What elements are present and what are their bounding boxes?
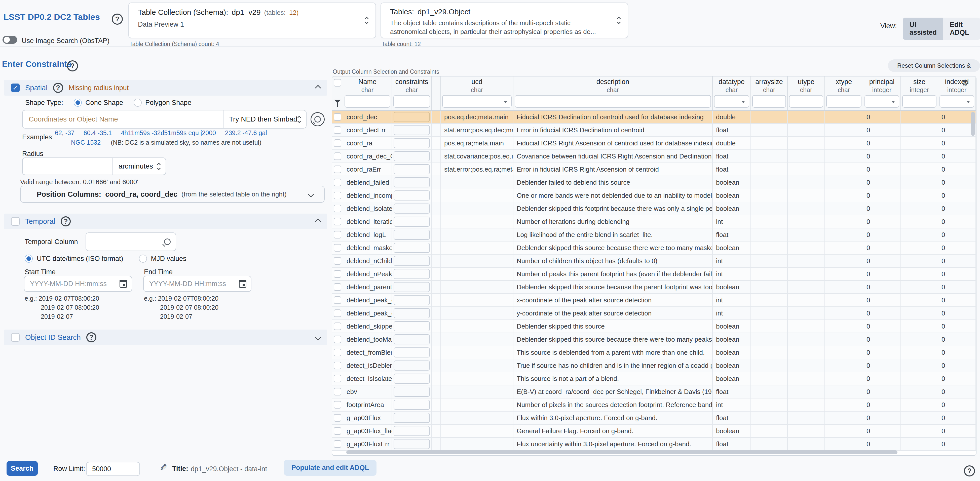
filter-input[interactable]	[826, 95, 861, 108]
chevron-down-icon[interactable]	[315, 334, 321, 340]
radius-unit-select[interactable]: arcminutes	[113, 158, 165, 175]
table-row[interactable]: deblend_isolatedParentDeblender skipped …	[332, 202, 976, 215]
row-checkbox[interactable]	[334, 179, 341, 186]
filter-select[interactable]	[939, 95, 974, 108]
temporal-section-header[interactable]: Temporal ?	[4, 214, 327, 229]
filter-select[interactable]	[864, 95, 899, 108]
scrollbar-thumb[interactable]	[346, 450, 897, 454]
constraint-input[interactable]	[394, 360, 430, 371]
table-row[interactable]: deblend_incompleteDataOne or more bands …	[332, 189, 976, 202]
table-row[interactable]: deblend_maskedDeblender skipped this sou…	[332, 241, 976, 255]
constraint-input[interactable]	[394, 321, 430, 331]
row-checkbox[interactable]	[334, 440, 341, 448]
table-row[interactable]: detect_fromBlendThis source is deblended…	[332, 346, 976, 359]
table-row[interactable]: deblend_logLLog likelihood of the entire…	[332, 229, 976, 241]
gear-icon[interactable]: ⚙	[961, 78, 969, 87]
constraint-input[interactable]	[394, 177, 430, 187]
coordinates-input[interactable]: Coordinates or Object Name	[23, 115, 223, 123]
example-link[interactable]: 239.2 -47.6 gal	[225, 129, 267, 137]
column-header-gap[interactable]	[432, 76, 441, 94]
row-checkbox[interactable]	[334, 165, 341, 173]
example-link[interactable]: 4h11m59s -32d51m59s equ j2000	[121, 129, 216, 137]
filter-input[interactable]	[393, 95, 430, 108]
row-checkbox[interactable]	[334, 140, 341, 147]
column-header-principal[interactable]: principalinteger	[863, 76, 901, 94]
row-checkbox[interactable]	[334, 349, 341, 356]
table-row[interactable]: deblend_iterationsNumber of iterations d…	[332, 215, 976, 229]
row-checkbox[interactable]	[334, 205, 341, 212]
constraint-input[interactable]	[394, 125, 430, 135]
temporal-column-input[interactable]	[86, 232, 176, 251]
table-row[interactable]: deblend_peak_center_yy-coordinate of the…	[332, 307, 976, 320]
radio-polygon-shape[interactable]: Polygon Shape	[134, 98, 191, 107]
row-checkbox[interactable]	[334, 336, 341, 343]
row-checkbox[interactable]	[334, 192, 341, 199]
column-header-size[interactable]: sizeinteger	[901, 76, 938, 94]
row-checkbox[interactable]	[334, 322, 341, 330]
column-header-Name[interactable]: Namechar	[343, 76, 392, 94]
constraint-input[interactable]	[394, 413, 430, 423]
constraint-input[interactable]	[394, 243, 430, 253]
row-checkbox[interactable]	[334, 244, 341, 252]
table-row[interactable]: footprintAreaNumber of pixels in the sou…	[332, 398, 976, 411]
help-icon[interactable]: ?	[67, 60, 78, 71]
stepper-icon[interactable]	[617, 17, 620, 24]
row-checkbox[interactable]	[334, 218, 341, 225]
row-limit-input[interactable]: 50000	[86, 462, 140, 476]
column-header-indexed[interactable]: indexedinteger	[938, 76, 976, 94]
start-time-input[interactable]: YYYY-MM-DD HH:mm:ss	[24, 276, 132, 292]
image-search-toggle[interactable]	[3, 36, 17, 44]
table-row[interactable]: deblend_skippedDeblender skipped this so…	[332, 320, 976, 333]
table-row[interactable]: detect_isDeblendedSourceTrue if source h…	[332, 359, 976, 372]
example-link[interactable]: 60.4 -35.1	[84, 129, 112, 137]
example-link[interactable]: NGC 1532	[71, 139, 101, 146]
help-icon[interactable]: ?	[86, 332, 96, 342]
help-icon[interactable]: ?	[53, 83, 63, 93]
column-header-xtype[interactable]: xtypechar	[825, 76, 863, 94]
constraint-input[interactable]	[394, 256, 430, 266]
constraint-input[interactable]	[394, 138, 430, 148]
filter-input[interactable]	[752, 95, 786, 108]
search-button[interactable]: Search	[6, 461, 38, 476]
constraint-input[interactable]	[394, 203, 430, 214]
constraint-input[interactable]	[394, 387, 430, 397]
view-edit-adql-button[interactable]: Edit ADQL	[943, 17, 980, 40]
calendar-icon[interactable]	[239, 280, 247, 288]
table-row[interactable]: detect_isIsolatedThis source is not a pa…	[332, 372, 976, 386]
constraint-input[interactable]	[394, 308, 430, 318]
column-header-utype[interactable]: utypechar	[788, 76, 825, 94]
column-header-constraints[interactable]: constraintschar	[392, 76, 432, 94]
row-checkbox[interactable]	[334, 310, 341, 317]
row-checkbox[interactable]	[334, 362, 341, 369]
position-columns-expander[interactable]: Position Columns: coord_ra, coord_dec (f…	[20, 186, 325, 203]
row-checkbox[interactable]	[334, 401, 341, 408]
row-checkbox[interactable]	[334, 270, 341, 278]
view-ui-assisted-button[interactable]: UI assisted	[903, 17, 943, 40]
constraint-input[interactable]	[394, 295, 430, 305]
filter-input[interactable]	[345, 95, 390, 108]
constraint-input[interactable]	[394, 151, 430, 161]
filter-icon[interactable]	[334, 100, 341, 103]
constraint-input[interactable]	[394, 373, 430, 384]
example-link[interactable]: 62, -37	[55, 129, 75, 137]
constraint-input[interactable]	[394, 230, 430, 240]
table-row[interactable]: coord_raErrstat.error;pos.eq.ra;meta.mai…	[332, 163, 976, 176]
object-id-checkbox[interactable]	[11, 333, 20, 341]
filter-select[interactable]	[442, 95, 512, 108]
table-row[interactable]: ebvE(B-V) at coord_ra/coord_dec per Schl…	[332, 386, 976, 398]
table-row[interactable]: deblend_nPeaksNumber of peaks this paren…	[332, 268, 976, 281]
constraint-input[interactable]	[394, 426, 430, 436]
row-checkbox[interactable]	[334, 388, 341, 395]
constraint-input[interactable]	[394, 112, 430, 122]
table-select[interactable]: Tables: dp1_v29.Object The object table …	[380, 3, 628, 38]
stepper-icon[interactable]	[366, 17, 368, 24]
table-row[interactable]: deblend_peak_center_xx-coordinate of the…	[332, 294, 976, 307]
schema-select[interactable]: Table Collection (Schema): dp1_v29 (tabl…	[128, 3, 376, 38]
constraint-input[interactable]	[394, 269, 430, 279]
radio-mjd[interactable]: MJD values	[139, 255, 186, 263]
pencil-icon[interactable]: ✎	[159, 462, 167, 473]
row-checkbox[interactable]	[334, 283, 341, 291]
help-icon[interactable]: ?	[112, 14, 123, 25]
filter-input[interactable]	[789, 95, 823, 108]
reset-columns-button[interactable]: Reset Column Selections & Constraints	[888, 59, 980, 72]
